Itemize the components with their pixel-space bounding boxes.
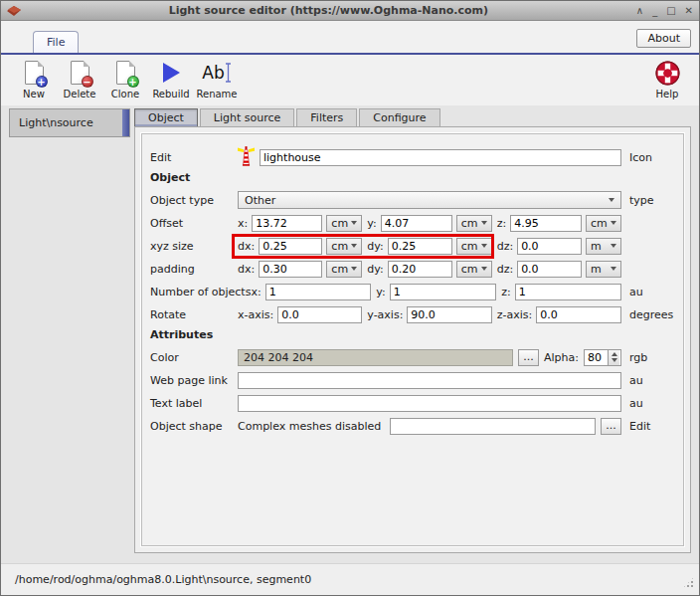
object-type-select[interactable]: Other <box>238 191 621 209</box>
padding-dy-unit-select[interactable]: cm <box>456 261 492 278</box>
object-shape-row: Object shape Complex meshes disabled ...… <box>150 417 675 435</box>
num-z-input[interactable] <box>515 284 621 300</box>
alpha-label: Alpha: <box>544 351 579 364</box>
offset-x-input[interactable] <box>252 215 322 232</box>
rotate-y-input[interactable] <box>407 306 491 323</box>
new-button[interactable]: + New <box>11 60 57 99</box>
num-y-input[interactable] <box>390 284 496 300</box>
app-logo-icon <box>7 6 21 16</box>
xyz-size-dz-label: dz: <box>497 240 513 253</box>
spinner-arrows[interactable] <box>608 350 619 365</box>
object-shape-browse-button[interactable]: ... <box>601 418 621 435</box>
rebuild-button[interactable]: Rebuild <box>148 60 194 99</box>
object-form: Edit <box>141 133 684 546</box>
chevron-down-icon <box>611 267 616 271</box>
chevron-down-icon <box>481 221 487 225</box>
file-tab[interactable]: File <box>33 31 79 53</box>
xyz-size-dx-input[interactable] <box>259 238 322 255</box>
text-label-label: Text label <box>150 397 238 410</box>
object-shape-edit-label: Edit <box>629 420 675 433</box>
about-button[interactable]: About <box>636 29 691 48</box>
web-page-link-row: Web page link au <box>150 371 675 389</box>
object-section-heading: Object <box>150 171 675 184</box>
rename-button[interactable]: Ab Rename <box>194 60 240 99</box>
offset-x-unit-select[interactable]: cm <box>326 215 362 232</box>
rename-text-cursor-icon: Ab <box>202 60 231 86</box>
tab-object[interactable]: Object <box>134 108 198 126</box>
chevron-down-icon <box>481 244 487 248</box>
offset-y-unit-select[interactable]: cm <box>456 215 492 232</box>
minimize-button[interactable]: _ <box>652 6 657 16</box>
clone-document-icon: + <box>116 60 135 86</box>
object-type-value: Other <box>245 194 275 207</box>
lighthouse-icon <box>238 145 255 169</box>
object-tab-panel: Edit <box>134 126 691 553</box>
clone-button[interactable]: + Clone <box>102 60 148 99</box>
attributes-section-heading: Attributes <box>150 328 675 341</box>
padding-dx-unit-select[interactable]: cm <box>326 261 362 278</box>
tab-filters[interactable]: Filters <box>296 108 357 126</box>
tab-configure[interactable]: Configure <box>359 108 439 126</box>
padding-row: padding dx: cm dy: cm <box>150 260 675 278</box>
object-shape-input[interactable] <box>390 418 596 435</box>
padding-label: padding <box>150 263 238 276</box>
rotate-x-input[interactable] <box>277 306 362 323</box>
xyz-size-dx-label: dx: <box>238 240 255 253</box>
sidebar-item-light-source[interactable]: Light\nsource <box>9 108 130 137</box>
padding-dy-label: dy: <box>367 263 383 276</box>
edit-name-input[interactable] <box>260 149 621 166</box>
alpha-spinner[interactable] <box>584 349 621 366</box>
tab-light-source[interactable]: Light source <box>200 108 294 126</box>
sidebar-scrollbar[interactable] <box>122 109 129 136</box>
color-picker-button[interactable]: ... <box>518 349 539 366</box>
rotate-row: Rotate x-axis: y-axis: z-axis: <box>150 305 675 323</box>
num-z-label: z: <box>501 286 510 298</box>
padding-dz-unit-select[interactable]: m <box>586 261 621 278</box>
web-page-link-label: Web page link <box>150 374 238 387</box>
xyz-size-dx-unit-select[interactable]: cm <box>326 238 362 255</box>
text-label-row: Text label au <box>150 394 675 412</box>
rename-label: Rename <box>196 89 237 99</box>
chevron-down-icon <box>481 267 487 271</box>
num-x-input[interactable] <box>265 284 372 300</box>
rotate-label: Rotate <box>150 308 238 321</box>
xyz-size-label: xyz size <box>150 240 238 253</box>
xyz-size-dy-unit-select[interactable]: cm <box>456 238 492 255</box>
clone-label: Clone <box>111 89 139 99</box>
edit-label: Edit <box>150 151 238 164</box>
color-swatch[interactable]: 204 204 204 <box>238 349 513 366</box>
ribbon-header: File About <box>1 21 699 55</box>
offset-label: Offset <box>150 217 238 230</box>
chevron-down-icon <box>609 198 614 202</box>
rebuild-label: Rebuild <box>152 89 189 99</box>
padding-dx-input[interactable] <box>259 261 322 278</box>
resize-grip[interactable] <box>682 576 695 589</box>
xyz-size-dz-input[interactable] <box>517 238 582 255</box>
maximize-button[interactable]: □ <box>666 6 675 16</box>
text-label-tail-label: au <box>629 397 675 410</box>
delete-button[interactable]: − Delete <box>57 60 102 99</box>
help-lifebuoy-icon <box>655 60 680 86</box>
text-label-input[interactable] <box>238 395 621 412</box>
web-page-link-input[interactable] <box>238 372 621 389</box>
number-of-objects-tail-label: au <box>629 286 675 298</box>
padding-dz-input[interactable] <box>517 261 582 278</box>
close-button[interactable]: ✕ <box>685 6 693 16</box>
offset-z-input[interactable] <box>510 215 582 232</box>
alpha-input[interactable] <box>585 350 608 365</box>
rollup-button[interactable]: ∧ <box>636 6 643 16</box>
xyz-size-dz-unit-select[interactable]: m <box>586 238 621 255</box>
offset-y-input[interactable] <box>381 215 452 232</box>
new-document-icon: + <box>25 60 44 86</box>
rotate-z-input[interactable] <box>536 306 621 323</box>
offset-z-unit-select[interactable]: cm <box>586 215 621 232</box>
web-page-link-tail-label: au <box>629 374 675 387</box>
num-y-label: y: <box>376 286 385 298</box>
padding-dy-input[interactable] <box>388 261 452 278</box>
object-shape-status: Complex meshes disabled <box>238 420 381 433</box>
help-button[interactable]: Help <box>647 60 687 99</box>
number-of-objects-label: Number of objects <box>150 286 251 298</box>
xyz-size-dy-input[interactable] <box>388 238 452 255</box>
offset-row: Offset x: cm y: cm <box>150 214 675 232</box>
rotate-z-label: z-axis: <box>497 308 533 321</box>
